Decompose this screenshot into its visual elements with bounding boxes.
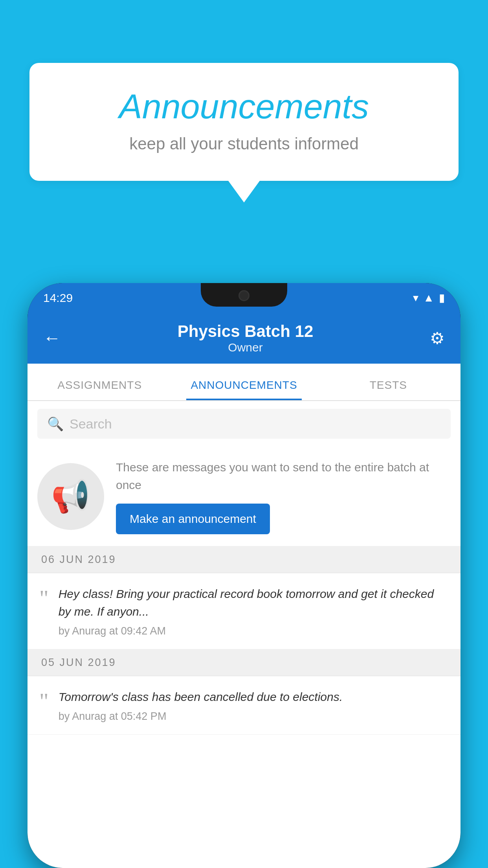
search-input-placeholder[interactable]: Search	[70, 416, 112, 432]
tab-announcements[interactable]: ANNOUNCEMENTS	[172, 379, 316, 400]
empty-state-section: 📢 These are messages you want to send to…	[28, 447, 460, 546]
back-button[interactable]: ←	[43, 328, 61, 348]
date-separator-2: 05 JUN 2019	[28, 649, 460, 676]
announcement-content-1: Hey class! Bring your practical record b…	[59, 585, 449, 637]
tab-tests[interactable]: TESTS	[316, 379, 460, 400]
status-icons: ▾ ▲ ▮	[413, 291, 445, 304]
signal-icon: ▲	[423, 292, 434, 304]
megaphone-icon: 📢	[51, 478, 90, 515]
search-icon: 🔍	[47, 416, 64, 432]
app-bar-title-container: Physics Batch 12 Owner	[61, 322, 430, 354]
speech-bubble-card: Announcements keep all your students inf…	[29, 63, 459, 181]
announcement-content-2: Tomorrow's class has been cancelled due …	[59, 688, 343, 723]
announcement-meta-2: by Anurag at 05:42 PM	[59, 710, 343, 723]
search-box[interactable]: 🔍 Search	[37, 409, 451, 439]
phone-mockup: 14:29 ▾ ▲ ▮ ← Physics Batch 12 Owner ⚙	[28, 283, 460, 868]
announcement-meta-1: by Anurag at 09:42 AM	[59, 625, 449, 637]
content-area: 🔍 Search 📢 These are messages you want t…	[28, 401, 460, 868]
tabs-bar: ASSIGNMENTS ANNOUNCEMENTS TESTS	[28, 364, 460, 401]
speech-bubble-section: Announcements keep all your students inf…	[29, 63, 459, 202]
quote-icon-1: "	[39, 587, 49, 610]
app-bar-title: Physics Batch 12	[61, 322, 430, 341]
empty-state-content: These are messages you want to send to t…	[116, 458, 451, 534]
announcement-text-1: Hey class! Bring your practical record b…	[59, 585, 449, 620]
announcement-item-2[interactable]: " Tomorrow's class has been cancelled du…	[28, 676, 460, 735]
status-time: 14:29	[43, 291, 73, 305]
wifi-icon: ▾	[413, 291, 418, 304]
announcement-item-1[interactable]: " Hey class! Bring your practical record…	[28, 573, 460, 649]
search-container: 🔍 Search	[28, 401, 460, 447]
date-separator-1: 06 JUN 2019	[28, 546, 460, 573]
app-bar-subtitle: Owner	[61, 341, 430, 354]
phone-screen: 14:29 ▾ ▲ ▮ ← Physics Batch 12 Owner ⚙	[28, 283, 460, 868]
empty-state-description: These are messages you want to send to t…	[116, 458, 451, 494]
announcement-icon-circle: 📢	[37, 463, 104, 530]
app-bar: ← Physics Batch 12 Owner ⚙	[28, 313, 460, 364]
phone-frame: 14:29 ▾ ▲ ▮ ← Physics Batch 12 Owner ⚙	[28, 283, 460, 868]
front-camera	[238, 290, 250, 301]
battery-icon: ▮	[439, 291, 445, 304]
tab-assignments[interactable]: ASSIGNMENTS	[28, 379, 172, 400]
speech-bubble-arrow	[228, 181, 260, 202]
announcement-text-2: Tomorrow's class has been cancelled due …	[59, 688, 343, 706]
quote-icon-2: "	[39, 690, 49, 713]
make-announcement-button[interactable]: Make an announcement	[116, 504, 270, 534]
speech-bubble-subtitle: keep all your students informed	[61, 134, 427, 153]
speech-bubble-title: Announcements	[61, 86, 427, 127]
settings-icon[interactable]: ⚙	[430, 329, 445, 348]
phone-notch	[201, 283, 287, 307]
